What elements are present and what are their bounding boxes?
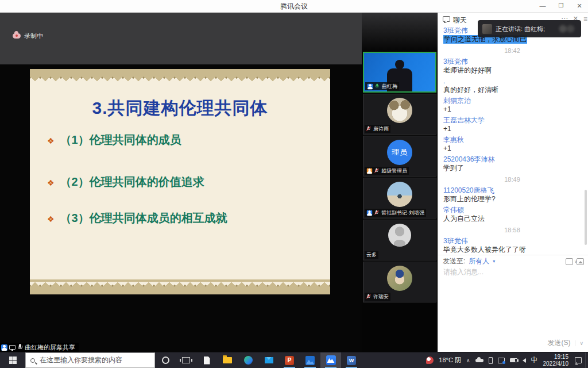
slide-bullet: ❖ （2）伦理共同体的价值追求 <box>47 174 204 190</box>
recording-cloud-icon <box>13 33 21 39</box>
chat-bubble-icon <box>443 16 450 22</box>
taskbar-item-edge[interactable] <box>238 352 258 368</box>
send-to-dropdown[interactable]: 所有人 <box>469 256 489 266</box>
maximize-button[interactable]: ❐ <box>552 0 570 13</box>
member-icon <box>367 210 373 216</box>
bullet-diamond-icon: ❖ <box>47 136 55 145</box>
edge-browser-icon <box>244 356 253 365</box>
participant-name-badge: 哲社副书记-刘培强 <box>365 209 426 217</box>
taskbar-item-mail[interactable] <box>258 352 279 368</box>
chat-username: 常伟硕 <box>443 206 581 214</box>
video-column-gradient <box>362 13 438 52</box>
share-top-strip <box>0 13 362 64</box>
slide-title: 3.共同建构伦理共同体 <box>30 97 330 120</box>
avatar: 理员 <box>387 140 412 165</box>
mic-active-icon <box>375 84 379 89</box>
chat-message: +1 <box>443 125 581 133</box>
slide-bullet: ❖ （1）伦理共同体的成员 <box>47 132 181 148</box>
windows-logo-icon <box>9 356 17 364</box>
photos-icon <box>305 356 315 365</box>
participant-video-column: 曲红梅 唐诗雨 理员 超级管理员 哲社副书记-刘培强 <box>362 13 438 352</box>
participant-name-badge: 云多 <box>365 251 378 259</box>
chat-message: +1 <box>443 144 581 153</box>
cortana-icon <box>162 356 169 364</box>
minimize-button[interactable]: — <box>534 0 551 13</box>
screen-share-area: 录制中 3.共同建构伦理共同体 ❖ （1）伦理共同体的成员 ❖ （2）伦理共同体… <box>0 13 362 352</box>
taskbar-item-tencent-meeting[interactable] <box>320 352 341 368</box>
chevron-down-icon[interactable]: ▾ <box>493 259 495 264</box>
participant-name-badge: 许瑞安 <box>365 293 390 301</box>
tray-date: 2022/4/10 <box>543 361 569 367</box>
send-options-chevron-icon[interactable]: ∨ <box>575 340 583 346</box>
chat-username: 3班党伟 <box>443 237 581 246</box>
video-tile-liupeiqiang[interactable]: 哲社副书记-刘培强 <box>363 178 436 218</box>
chat-timestamp: 18:58 <box>443 226 581 235</box>
close-button[interactable]: ✕ <box>571 0 588 13</box>
recording-label: 录制中 <box>24 32 43 40</box>
video-tile-admin[interactable]: 理员 超级管理员 <box>363 136 436 177</box>
chat-message-list[interactable]: 3班党伟 学问之道无他，求放心而已 18:42 3班党伟 老师讲的好好啊 . 真… <box>443 26 581 254</box>
notification-center-icon[interactable] <box>575 357 582 363</box>
participant-name-badge: 超级管理员 <box>365 167 409 175</box>
tencent-meeting-icon <box>326 355 336 365</box>
blurred-watermark <box>557 24 577 33</box>
mic-muted-icon <box>366 294 370 300</box>
panel-handle-icon[interactable]: ≡ <box>583 15 587 23</box>
video-tile-xuruian[interactable]: 许瑞安 <box>363 262 436 302</box>
taskbar-item-notepad[interactable] <box>196 352 217 368</box>
show-desktop-button[interactable] <box>585 352 588 368</box>
screenshot-icon[interactable] <box>566 258 573 265</box>
taskbar-search-input[interactable]: 在这里输入你要搜索的内容 <box>25 352 155 368</box>
chat-timestamp: 18:49 <box>443 175 581 184</box>
taskbar-item-photos[interactable] <box>300 352 320 368</box>
chat-scrollbar[interactable] <box>585 190 587 245</box>
window-titlebar: 腾讯会议 — ❐ ✕ <box>0 0 588 13</box>
member-icon <box>368 83 373 89</box>
taskbar-item-taskview[interactable] <box>176 352 196 368</box>
ime-indicator[interactable]: 中 <box>531 355 538 365</box>
participant-name-badge: 曲红梅 <box>365 82 399 90</box>
speaker-avatar <box>482 24 492 34</box>
taskbar-item-word[interactable]: W <box>341 352 362 368</box>
search-placeholder: 在这里输入你要搜索的内容 <box>40 355 122 365</box>
chat-title: 聊天 <box>453 16 467 25</box>
clock[interactable]: 19:15 2022/4/10 <box>543 354 569 367</box>
chat-username: 3班党伟 <box>443 57 581 66</box>
avatar <box>388 224 411 247</box>
speaker-icon[interactable] <box>523 358 526 363</box>
powerpoint-icon: P <box>285 356 294 365</box>
video-tile-quhongmei[interactable]: 曲红梅 <box>363 52 436 93</box>
image-upload-icon[interactable] <box>577 258 584 265</box>
weather-icon[interactable] <box>426 356 434 364</box>
speaking-toast: 正在讲话: 曲红梅; <box>478 20 581 37</box>
tray-time: 19:15 <box>554 354 568 360</box>
mic-icon <box>17 344 23 351</box>
video-tile-tangshiyu[interactable]: 唐诗雨 <box>363 94 436 135</box>
host-icon <box>367 168 373 174</box>
screen-share-status-bar[interactable]: 曲红梅的屏幕共享 <box>0 343 79 352</box>
phone-link-icon[interactable] <box>489 357 493 364</box>
send-button[interactable]: 发送(S) <box>547 338 570 348</box>
member-icon <box>1 344 7 351</box>
chat-input[interactable]: 请输入消息... <box>443 267 483 277</box>
mail-icon <box>265 357 273 363</box>
slide-border-pattern-top <box>30 69 330 82</box>
start-button[interactable] <box>0 352 25 368</box>
cloud-sync-icon[interactable] <box>475 359 483 362</box>
chat-message: 真的好好，好清晰 <box>443 86 581 94</box>
hidden-icons-chevron[interactable]: ∧ <box>466 358 470 363</box>
display-icon[interactable] <box>498 358 505 363</box>
weather-text[interactable]: 18°C 阴 <box>439 356 461 365</box>
system-tray: 18°C 阴 ∧ 中 19:15 2022/4/10 <box>426 352 585 368</box>
screen-share-icon <box>9 345 16 350</box>
slide-border-pattern-bottom <box>30 279 330 294</box>
mic-muted-icon <box>374 168 378 174</box>
chat-panel: 聊天 ⋯ ✕ ≡ 正在讲话: 曲红梅; 3班党伟 学问之道无他，求放心而已 18… <box>438 13 588 352</box>
video-tile-yunduo[interactable]: 云多 <box>363 220 436 260</box>
bullet-diamond-icon: ❖ <box>47 214 55 224</box>
taskbar-item-powerpoint[interactable]: P <box>279 352 300 368</box>
taskbar-item-cortana[interactable] <box>155 352 176 368</box>
chat-username: 11200520唐格飞 <box>443 186 581 195</box>
taskbar-item-explorer[interactable] <box>217 352 238 368</box>
chat-message: +1 <box>443 105 581 114</box>
